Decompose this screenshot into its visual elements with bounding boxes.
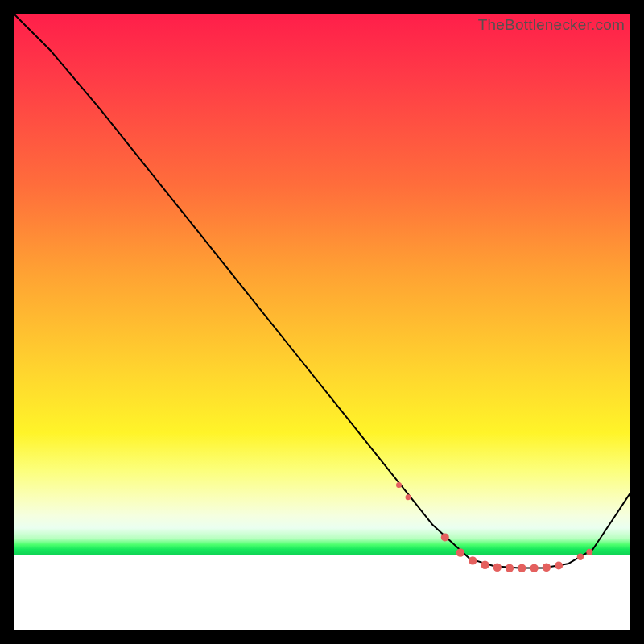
dots-layer (14, 14, 630, 630)
highlight-dot (481, 561, 489, 569)
highlight-dot (555, 562, 563, 570)
highlight-dot (586, 549, 592, 555)
chart-stage: TheBottlenecker.com (0, 0, 644, 644)
highlight-dot (456, 548, 464, 556)
watermark-text: TheBottlenecker.com (478, 16, 625, 34)
highlight-dot (493, 564, 502, 572)
highlight-dot (396, 482, 402, 488)
highlight-dots (396, 482, 592, 572)
highlight-dot (469, 556, 477, 564)
plot-area: TheBottlenecker.com (14, 14, 630, 630)
highlight-dot (406, 494, 411, 500)
highlight-dot (530, 564, 538, 572)
highlight-dot (441, 533, 449, 541)
highlight-dot (518, 564, 526, 572)
highlight-dot (506, 564, 514, 572)
highlight-dot (543, 564, 551, 572)
highlight-dot (577, 554, 584, 560)
